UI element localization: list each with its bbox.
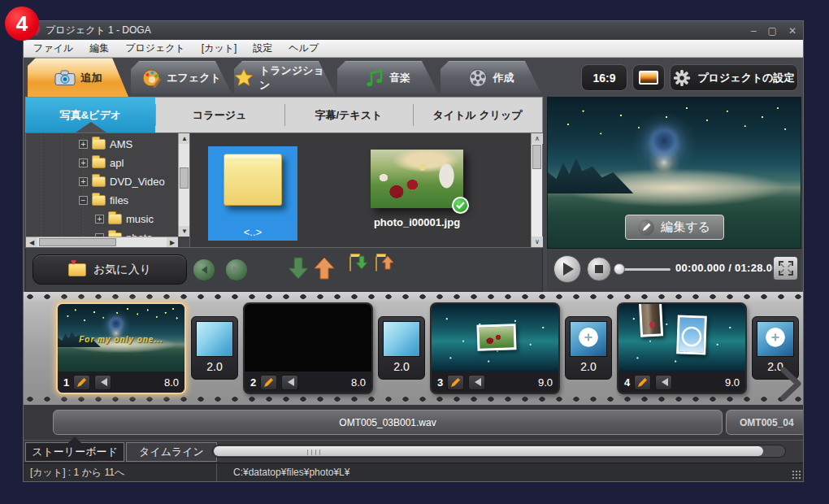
scrollbar-thumb[interactable] [214,446,763,456]
menu-cut[interactable]: [カット] [202,41,237,55]
film-reel-icon [468,68,488,88]
back-button[interactable] [193,259,215,280]
tab-effects-label: エフェクト [167,71,221,85]
audio-clip-2[interactable]: OMT005_04 [726,410,804,435]
clip-audio-button[interactable] [468,375,485,390]
browser-content: + AMS + apl + DVD_Video [25,133,543,248]
play-icon [563,263,574,276]
expand-toggle-icon[interactable]: + [79,177,88,186]
menu-help[interactable]: ヘルプ [289,41,319,55]
thumbnail-browser: <..> photo_i00001.jpg ∧ ∨ [190,133,542,247]
tab-storyboard[interactable]: ストーリーボード [25,442,124,462]
expand-toggle-icon[interactable]: + [79,159,88,167]
clip-audio-button[interactable] [281,375,298,390]
clip-edit-button[interactable] [634,375,651,390]
tree-item-apl[interactable]: + apl [26,154,178,172]
menu-project[interactable]: プロジェクト [125,41,185,55]
tree-item-dvd-video[interactable]: + DVD_Video [26,172,178,191]
tree-item-music[interactable]: + music [26,210,178,228]
fullscreen-button[interactable] [773,256,798,280]
add-to-storyboard-button[interactable] [288,257,309,283]
tree-item-label: music [126,213,154,225]
tab-create[interactable]: 作成 [441,61,541,93]
photo-tile[interactable]: photo_i00001.jpg [371,150,463,228]
scroll-up-icon[interactable]: ▲ [179,133,190,144]
tree-item-files[interactable]: − files [26,191,178,210]
next-chevron-icon[interactable] [779,367,803,401]
scrollbar-thumb[interactable] [532,145,541,169]
clip-edit-button[interactable] [447,375,464,390]
menu-edit[interactable]: 編集 [89,41,109,55]
close-button[interactable]: ✕ [788,25,796,37]
storyboard-clips: For my only one... 1 8.0 2.0 2 [56,302,799,394]
photo-thumbnail[interactable] [371,150,463,208]
transition-2[interactable]: 2.0 [378,316,425,380]
clip-edit-button[interactable] [73,375,90,390]
scroll-up-icon[interactable]: ∧ [532,133,543,144]
transition-1[interactable]: 2.0 [191,316,238,380]
playback-controls: 00:00.000 / 01:28.000 [547,249,801,292]
seek-track[interactable] [620,268,671,271]
clip-edit-button[interactable] [260,375,277,390]
play-button[interactable] [553,255,581,283]
parent-folder-tile[interactable]: <..> [208,146,297,241]
forward-button[interactable] [226,259,247,280]
storyboard-clip-4[interactable]: 4 9.0 [617,302,747,394]
clip-number: 3 [437,376,443,389]
subtab-title-clip[interactable]: タイトル クリップ [413,98,542,133]
folder-icon [92,176,106,187]
clip-number: 1 [63,376,69,389]
clip-caption: For my only one... [58,335,184,344]
clip-thumbnail: For my only one... [58,304,184,371]
storyboard-clip-2[interactable]: 2 8.0 [243,302,373,394]
media-toolbar: お気に入り [25,248,543,292]
tab-transition[interactable]: トランジション [234,61,335,93]
minimize-button[interactable]: – [751,25,757,37]
maximize-button[interactable]: ▢ [768,25,777,37]
tree-item-ams[interactable]: + AMS [26,135,178,154]
subtab-subtitle-text[interactable]: 字幕/テキスト [284,98,414,133]
tree-item-photo[interactable]: − photo [26,228,178,237]
expand-toggle-icon[interactable]: + [79,140,88,149]
tree-horizontal-scrollbar[interactable]: ◀ ▶ [26,237,178,247]
tab-music[interactable]: 音楽 [337,61,438,93]
tab-timeline[interactable]: タイムライン [126,442,217,462]
remove-from-storyboard-button[interactable] [314,257,335,283]
menu-settings[interactable]: 設定 [253,41,272,55]
music-note-icon [365,68,384,88]
tab-effects[interactable]: エフェクト [131,61,232,93]
scrollbar-thumb[interactable] [180,167,189,189]
tree-vertical-scrollbar[interactable]: ▲ ▼ [178,133,189,237]
storyboard-clip-3[interactable]: 3 9.0 [430,302,560,394]
clip-audio-button[interactable] [655,375,672,390]
transition-3[interactable]: 2.0 [565,316,612,380]
expand-toggle-icon[interactable]: + [95,215,104,224]
storyboard-clip-1[interactable]: For my only one... 1 8.0 [56,302,186,394]
thumbs-vertical-scrollbar[interactable]: ∧ ∨ [531,133,542,247]
aspect-ratio-button[interactable]: 16:9 [581,64,627,91]
scrollbar-thumb[interactable] [39,238,116,246]
project-settings-button[interactable]: プロジェクトの設定 [670,64,798,91]
edit-button[interactable]: 編集する [625,215,724,240]
scroll-left-icon[interactable]: ◀ [26,237,37,247]
collapse-toggle-icon[interactable]: − [79,196,88,205]
seek-slider[interactable] [614,263,625,275]
export-folder-button[interactable] [375,257,377,272]
scroll-down-icon[interactable]: ∨ [532,237,543,247]
clip-footer: 2 8.0 [245,371,371,393]
favorites-button[interactable]: お気に入り [33,254,187,285]
stop-button[interactable] [587,257,611,281]
pencil-icon [450,377,461,388]
resize-grip[interactable] [792,470,801,480]
background-image-button[interactable] [632,64,665,91]
import-folder-button[interactable] [349,257,351,272]
main-area: 写真&ビデオ コラージュ 字幕/テキスト タイトル クリップ + AMS [24,97,803,292]
scroll-down-icon[interactable]: ▼ [179,226,190,237]
timeline-scrollbar[interactable] [212,445,786,458]
clip-audio-button[interactable] [94,375,111,390]
menu-file[interactable]: ファイル [33,41,73,55]
audio-clip-1[interactable]: OMT005_03B001.wav [53,410,723,435]
tab-add[interactable]: 追加 [28,58,128,97]
scroll-right-icon[interactable]: ▶ [167,237,178,247]
subtab-collage[interactable]: コラージュ [155,98,284,133]
